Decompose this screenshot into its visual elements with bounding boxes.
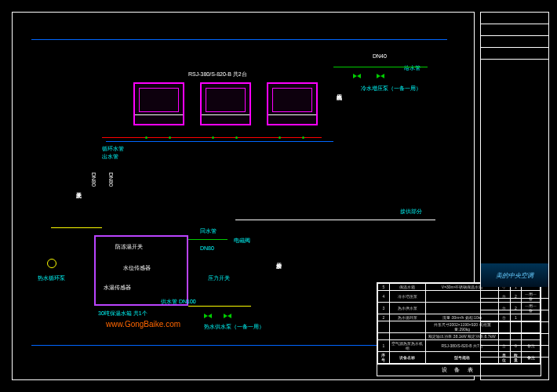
circ-pump (47, 259, 56, 268)
cold-pump-label: 冷水增压泵（一备一用） (361, 85, 421, 93)
dn80-2-label: DN80 (108, 172, 114, 187)
temp-sensor-label: 水温传感器 (104, 284, 131, 292)
dn80-return: DN80 (200, 245, 214, 251)
conn-6 (302, 136, 304, 139)
conn-1 (145, 136, 147, 139)
supply-dn-label: 供水管 DN100 (161, 298, 196, 306)
supply-pipe-label: 给水管 (404, 64, 420, 72)
table-cell: 1 (378, 340, 390, 352)
table-cell (378, 321, 390, 333)
pipe-user-h (235, 220, 435, 220)
table-cell: 冷水增压泵 (389, 291, 426, 303)
hot-supply-pump-label: 热水供水泵（一备一用） (204, 323, 264, 331)
cad-canvas: RSJ-380/S-820-B 共2台 商用热水机 DN40 给水管 冷水增压泵… (0, 0, 557, 392)
table-header: 设备名称 (389, 352, 426, 364)
title-block: 美的中央空调 (480, 12, 549, 380)
conn-4 (235, 136, 238, 139)
tb-spacer (481, 60, 548, 263)
units-model-label: RSJ-380/S-820-B 共2台 (188, 71, 247, 78)
tb-b7 (481, 358, 548, 369)
table-cell: 2 (378, 314, 390, 321)
valve-hot-1 (204, 312, 212, 320)
return-pipe-label: 回水管 (200, 227, 217, 235)
table-cell: 4 (378, 291, 390, 303)
tb-b5 (481, 334, 548, 346)
heatpump-unit-1 (133, 82, 184, 125)
tb-r1 (481, 24, 548, 36)
pipe-circ-h (51, 227, 102, 228)
pipe-supply-h (333, 67, 428, 67)
tb-b4 (481, 322, 548, 334)
table-cell: 5 (378, 284, 390, 291)
tb-b2 (481, 299, 548, 310)
pipe-manifold-blue (106, 141, 333, 142)
valve-supply-1 (353, 72, 361, 80)
heatpump-unit-2 (200, 82, 251, 125)
hot-circ-label: 热水循环泵 (38, 274, 65, 282)
conn-3 (212, 136, 214, 139)
design-section-label: 接供部分 (400, 208, 422, 216)
pipe-in-label: 循环水管 (102, 145, 124, 153)
hot-water-tank: 防冻温开关 水位传感器 水温传感器 (94, 235, 188, 306)
valve-supply-2 (377, 72, 384, 80)
tank-label: 30吨保温水箱 共1个 (98, 310, 147, 318)
pipe-return (188, 239, 228, 240)
level-sensor-label: 水位传感器 (123, 264, 151, 272)
table-cell (389, 333, 426, 340)
table-cell: 3 (378, 303, 390, 314)
table-cell (378, 333, 390, 340)
table-cell: 保温水箱 (389, 284, 426, 291)
table-cell (389, 321, 426, 333)
tb-b6 (481, 346, 548, 358)
tb-b3 (481, 310, 548, 322)
solenoid-label: 电磁阀 (234, 237, 250, 245)
pressure-sw-label: 压力开关 (208, 274, 230, 282)
tb-r3 (481, 48, 548, 60)
watermark: www.GongBaike.com (106, 320, 180, 328)
dn40-label: DN40 (373, 53, 387, 59)
dn80-1-label: DN80 (91, 172, 96, 187)
table-header: 序号 (378, 352, 390, 364)
brand-logo: 美的中央空调 (481, 263, 548, 287)
conn-5 (278, 136, 281, 139)
table-cell: 空气源热泵热水机组 (389, 340, 426, 352)
conn-2 (169, 136, 171, 139)
tb-b1 (481, 287, 548, 299)
tb-r2 (481, 36, 548, 48)
outer-top (31, 39, 447, 40)
valve-hot-2 (224, 312, 231, 320)
antifreeze-label: 防冻温开关 (115, 243, 143, 251)
heatpump-unit-3 (267, 82, 318, 125)
table-cell: 热水循环泵 (389, 314, 426, 321)
pipe-out-label: 出水管 (102, 153, 118, 161)
tb-r0 (481, 13, 548, 24)
pipe-hot-supply (188, 306, 251, 307)
table-cell: 热水供水泵 (389, 303, 426, 314)
